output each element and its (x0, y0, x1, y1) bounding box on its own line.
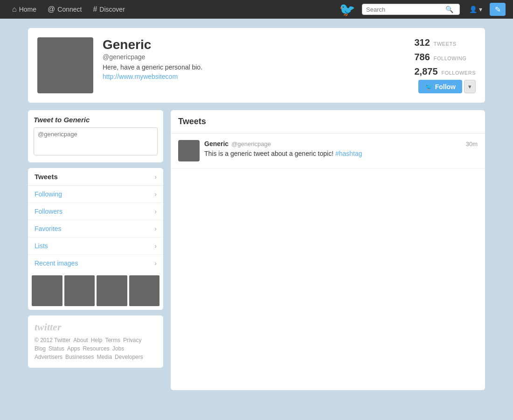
tweet-text-content: This is a generic tweet about a generic … (204, 150, 333, 157)
stat-following: 786 FOLLOWING (414, 52, 476, 63)
footer-media[interactable]: Media (97, 354, 112, 360)
sidebar-followers-label: Followers (35, 208, 62, 215)
tweet-avatar (178, 140, 200, 161)
sidebar-item-lists[interactable]: Lists › (28, 238, 163, 255)
follow-button-label: Follow (435, 83, 456, 91)
sidebar-item-recent-images[interactable]: Recent images › (28, 255, 163, 272)
connect-icon: @ (48, 5, 55, 14)
footer-businesses[interactable]: Businesses (65, 354, 94, 360)
footer-privacy[interactable]: Privacy (123, 337, 141, 343)
following-count: 786 (414, 52, 430, 62)
content-columns: Tweet to Generic Tweets › Following › Fo… (28, 110, 485, 390)
profile-avatar (37, 37, 93, 93)
tweet-to-section: Tweet to Generic (28, 110, 163, 162)
search-box[interactable]: 🔍 (362, 4, 460, 15)
tweet-hashtag[interactable]: #hashtag (335, 150, 362, 157)
tweet-meta: Generic @genericpage 30m (204, 140, 478, 147)
tweet-text: This is a generic tweet about a generic … (204, 149, 478, 159)
nav-connect[interactable]: @ Connect (43, 0, 86, 19)
footer-links-2: Blog Status Apps Resources Jobs (35, 345, 157, 352)
follow-dropdown-icon: ▾ (468, 83, 471, 90)
tweet-author-name: Generic (204, 140, 229, 147)
user-menu-button[interactable]: 👤 ▾ (465, 4, 486, 15)
footer-apps[interactable]: Apps (67, 345, 80, 352)
follow-dropdown-button[interactable]: ▾ (464, 80, 476, 93)
user-menu-arrow: ▾ (479, 6, 482, 13)
sidebar-following-label: Following (35, 190, 62, 198)
sidebar-tweets-title: Tweets (35, 173, 58, 181)
nav-home-label: Home (19, 6, 36, 13)
sidebar-nav-panel: Tweets › Following › Followers › Favorit… (28, 168, 163, 310)
tweet-author-handle: @genericpage (231, 140, 271, 147)
nav-home[interactable]: ⌂ Home (7, 0, 41, 19)
sidebar-item-following[interactable]: Following › (28, 186, 163, 203)
followers-label: FOLLOWERS (441, 70, 476, 76)
sidebar-recent-images-label: Recent images (35, 259, 78, 267)
recent-image-3[interactable] (97, 275, 127, 306)
nav-right-actions: 👤 ▾ ✎ (465, 3, 506, 16)
tweet-to-input[interactable] (34, 127, 158, 155)
recent-images-grid (28, 272, 163, 310)
tweet-to-panel: Tweet to Generic (28, 110, 163, 162)
tweets-count: 312 (414, 37, 430, 48)
compose-tweet-button[interactable]: ✎ (490, 3, 506, 16)
lists-chevron: › (154, 242, 157, 250)
compose-icon: ✎ (495, 5, 501, 14)
sidebar-lists-label: Lists (35, 242, 48, 250)
footer-resources[interactable]: Resources (83, 345, 109, 352)
tweets-header-chevron: › (154, 173, 157, 181)
stat-followers: 2,875 FOLLOWERS (414, 66, 476, 77)
profile-card: Generic @genericpage Here, have a generi… (28, 28, 485, 103)
recent-image-1[interactable] (32, 275, 62, 306)
sidebar: Tweet to Generic Tweets › Following › Fo… (28, 110, 163, 368)
search-icon[interactable]: 🔍 (445, 6, 453, 13)
tweet-item: Generic @genericpage 30m This is a gener… (171, 133, 485, 168)
footer-help[interactable]: Help (91, 337, 103, 343)
footer-developers[interactable]: Developers (115, 354, 143, 360)
footer-status[interactable]: Status (49, 345, 64, 352)
nav-connect-label: Connect (57, 6, 82, 13)
profile-website[interactable]: http://www.mywebsitecom (103, 73, 178, 80)
tweets-label: TWEETS (434, 41, 457, 47)
footer-terms[interactable]: Terms (105, 337, 120, 343)
discover-icon: # (93, 5, 97, 14)
footer-blog[interactable]: Blog (35, 345, 46, 352)
footer-copyright: © 2012 Twitter (35, 337, 70, 343)
recent-image-2[interactable] (64, 275, 95, 306)
tweets-panel-header: Tweets (171, 110, 485, 133)
sidebar-tweets-header[interactable]: Tweets › (28, 168, 163, 186)
following-chevron: › (154, 190, 157, 198)
tweets-panel-title: Tweets (178, 117, 206, 126)
footer-links-3: Advertisers Businesses Media Developers (35, 354, 157, 360)
tweet-body: Generic @genericpage 30m This is a gener… (204, 140, 478, 161)
tweet-time: 30m (466, 140, 478, 147)
recent-image-4[interactable] (129, 275, 160, 306)
recent-images-chevron: › (154, 259, 157, 267)
footer-jobs[interactable]: Jobs (112, 345, 124, 352)
tweets-panel: Tweets Generic @genericpage 30m This is … (171, 110, 485, 390)
twitter-bird-logo: 🐦 (339, 2, 355, 17)
user-icon: 👤 (469, 6, 477, 13)
bird-icon: 🐦 (425, 83, 433, 91)
sidebar-footer: twitter © 2012 Twitter About Help Terms … (28, 315, 163, 368)
following-label: FOLLOWING (434, 56, 467, 61)
main-content: Generic @genericpage Here, have a generi… (28, 19, 485, 399)
favorites-chevron: › (154, 225, 157, 232)
footer-advertisers[interactable]: Advertisers (35, 354, 62, 360)
followers-count: 2,875 (414, 66, 437, 77)
home-icon: ⌂ (12, 5, 17, 14)
stat-tweets: 312 TWEETS (414, 37, 476, 48)
sidebar-item-followers[interactable]: Followers › (28, 203, 163, 220)
search-input[interactable] (366, 6, 445, 13)
followers-chevron: › (154, 208, 157, 215)
follow-actions: 🐦 Follow ▾ (418, 80, 476, 93)
nav-discover-label: Discover (99, 6, 125, 13)
footer-links: © 2012 Twitter About Help Terms Privacy (35, 337, 157, 343)
follow-button[interactable]: 🐦 Follow (418, 80, 462, 93)
sidebar-item-favorites[interactable]: Favorites › (28, 220, 163, 238)
footer-about[interactable]: About (73, 337, 88, 343)
profile-stats: 312 TWEETS 786 FOLLOWING 2,875 FOLLOWERS (414, 37, 476, 81)
tweet-to-label: Tweet to Generic (34, 116, 158, 124)
top-navigation: ⌂ Home @ Connect # Discover 🐦 🔍 👤 ▾ ✎ (0, 0, 513, 19)
nav-discover[interactable]: # Discover (88, 0, 129, 19)
